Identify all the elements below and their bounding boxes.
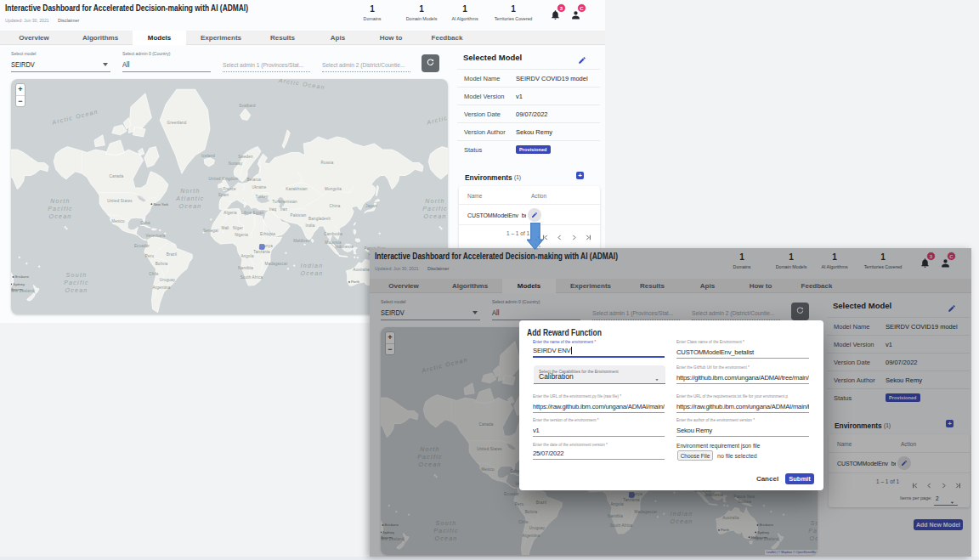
status-label: Status bbox=[464, 146, 482, 154]
info-value: 09/07/2022 bbox=[516, 110, 548, 118]
user-badge: C bbox=[577, 3, 586, 13]
model-info-row: Model Versionv1 bbox=[457, 87, 600, 105]
selected-model-title: Selected Model bbox=[463, 53, 522, 62]
admin2-placeholder: Select admin 2 (District/Countie... bbox=[322, 61, 405, 69]
info-label: Version Date bbox=[464, 110, 501, 118]
tab-feedback[interactable]: Feedback bbox=[418, 31, 476, 45]
disclaimer-link[interactable]: Disclaimer bbox=[58, 18, 79, 23]
author-input[interactable]: Sekou Remy bbox=[676, 423, 809, 437]
stat-value: 1 bbox=[362, 4, 382, 14]
tab-algorithms[interactable]: Algorithms bbox=[68, 31, 133, 45]
tab-bar: Overview Algorithms Models Experiments R… bbox=[0, 31, 605, 45]
requirement-json-label: Environment requirement json file bbox=[676, 442, 760, 450]
name-column-header: Name bbox=[467, 193, 482, 199]
info-value: v1 bbox=[516, 93, 523, 100]
env-version-input[interactable]: v1 bbox=[533, 423, 665, 437]
author-label: Enter the author of the environment vers… bbox=[676, 417, 788, 422]
admin0-value: All bbox=[122, 60, 129, 69]
status-badge: Provisioned bbox=[516, 145, 551, 154]
pyfile-url-input[interactable]: https://raw.github.ibm.com/ungana/ADMAI/… bbox=[533, 399, 665, 413]
last-page-button[interactable] bbox=[585, 229, 592, 237]
github-url-label: Enter the GitHub Url for the environment… bbox=[676, 365, 788, 370]
updated-date: Updated: Jun 30, 2021 bbox=[5, 18, 49, 23]
tab-overview[interactable]: Overview bbox=[0, 31, 68, 45]
notification-badge: 3 bbox=[557, 3, 566, 13]
annotation-arrow-down-icon bbox=[527, 223, 543, 250]
select-model-label: Select model bbox=[11, 51, 36, 56]
stat-value: 1 bbox=[492, 4, 535, 14]
stat-item: 1Domain Models bbox=[404, 4, 439, 21]
environments-title: Environments bbox=[465, 173, 512, 182]
edit-model-button[interactable] bbox=[578, 53, 586, 61]
env-date-input[interactable]: 25/07/2022 bbox=[533, 446, 665, 460]
select-caret-icon bbox=[654, 371, 660, 378]
class-name-label: Enter Class name of the Environment * bbox=[676, 339, 788, 344]
requirements-url-input[interactable]: https://raw.github.ibm.com/ungana/ADMAI/… bbox=[676, 399, 809, 413]
tab-results[interactable]: Results bbox=[253, 31, 312, 45]
submit-button[interactable]: Submit bbox=[785, 473, 814, 484]
page-bottom-strip bbox=[0, 557, 979, 560]
stat-label: Domains bbox=[364, 16, 382, 21]
info-value: SEIRDV COVID19 model bbox=[516, 75, 588, 82]
env-version-label: Enter the version of the environment * bbox=[533, 417, 643, 422]
stat-value: 1 bbox=[404, 4, 439, 14]
model-info-table: Model NameSEIRDV COVID19 model Model Ver… bbox=[457, 69, 600, 158]
page-title: Interactive Dashboard for Accelerated De… bbox=[5, 3, 248, 13]
environments-count: (1) bbox=[514, 174, 521, 180]
requirements-url-label: Enter the URL of the requirements.txt fi… bbox=[676, 393, 788, 399]
admin2-dropdown[interactable]: Select admin 2 (District/Countie... bbox=[322, 49, 410, 72]
cancel-button[interactable]: Cancel bbox=[754, 473, 781, 484]
stat-item: 1AI Algorithms bbox=[450, 4, 479, 21]
zoom-out-button[interactable]: − bbox=[16, 95, 25, 106]
model-status-row: StatusProvisioned bbox=[457, 140, 600, 158]
info-label: Version Author bbox=[464, 128, 506, 136]
stat-item: 1Domains bbox=[362, 4, 382, 21]
tab-experiments[interactable]: Experiments bbox=[189, 31, 253, 45]
info-label: Model Name bbox=[464, 75, 501, 82]
tab-apis[interactable]: Apis bbox=[312, 31, 364, 45]
capabilities-value: Calibration bbox=[539, 372, 574, 381]
tab-models[interactable]: Models bbox=[133, 31, 186, 45]
map-zoom-control: +− bbox=[15, 83, 25, 107]
stat-label: AI Algorithms bbox=[451, 16, 478, 21]
admin1-placeholder: Select admin 1 (Provinces/Stat... bbox=[223, 61, 303, 69]
class-name-input[interactable]: CUSTOMModelEnv_betalist bbox=[676, 345, 809, 359]
model-info-row: Version AuthorSekou Remy bbox=[457, 122, 600, 140]
add-environment-button[interactable]: + bbox=[576, 172, 584, 179]
environment-name: CUSTOMModelEnv_bet... bbox=[467, 212, 526, 218]
previous-page-button[interactable] bbox=[556, 229, 563, 237]
user-account-button[interactable]: C bbox=[570, 8, 581, 20]
add-reward-function-dialog: Add Reward Function Enter the name of th… bbox=[519, 320, 823, 490]
tab-how-to[interactable]: How to bbox=[364, 31, 418, 45]
model-info-row: Version Date09/07/2022 bbox=[457, 105, 600, 122]
admin1-dropdown[interactable]: Select admin 1 (Provinces/Stat... bbox=[223, 49, 310, 72]
environments-table-header: NameAction bbox=[459, 186, 600, 205]
admin0-dropdown[interactable]: Select admin 0 (Country)All bbox=[122, 49, 211, 72]
documentation-page: Interactive Dashboard for Accelerated De… bbox=[0, 0, 979, 560]
select-model-dropdown[interactable]: Select modelSEIRDV bbox=[11, 49, 110, 72]
env-name-input[interactable]: SEIRDV ENV bbox=[533, 344, 665, 358]
dialog-title: Add Reward Function bbox=[527, 328, 602, 337]
text-cursor bbox=[571, 347, 572, 354]
refresh-button[interactable] bbox=[422, 54, 439, 72]
stat-label: Territories Covered bbox=[495, 16, 533, 21]
capabilities-select[interactable]: Select the Capabilities for the Environm… bbox=[534, 365, 665, 384]
next-page-button[interactable] bbox=[570, 229, 578, 237]
dropdown-caret-icon bbox=[103, 63, 108, 66]
no-file-selected-text: no file selected bbox=[717, 453, 757, 459]
github-url-input[interactable]: https://github.ibm.com/ungana/ADMAI/tree… bbox=[676, 371, 809, 384]
admin0-label: Select admin 0 (Country) bbox=[122, 51, 170, 56]
info-value: Sekou Remy bbox=[516, 128, 552, 136]
model-info-row: Model NameSEIRDV COVID19 model bbox=[457, 69, 600, 87]
edit-environment-button[interactable] bbox=[528, 208, 541, 222]
pyfile-url-label: Enter the URL of the environment.py file… bbox=[533, 393, 643, 399]
zoom-in-button[interactable]: + bbox=[16, 84, 25, 95]
stat-item: 1Territories Covered bbox=[492, 4, 535, 21]
choose-file-button[interactable]: Choose File bbox=[677, 450, 713, 461]
stat-label: Domain Models bbox=[406, 16, 438, 21]
admai-dashboard-window-b: Interactive Dashboard for Accelerated De… bbox=[370, 248, 971, 557]
select-model-value: SEIRDV bbox=[11, 60, 35, 69]
notifications-button[interactable]: 3 bbox=[550, 8, 561, 20]
action-column-header: Action bbox=[531, 193, 546, 199]
info-label: Model Version bbox=[464, 93, 505, 100]
